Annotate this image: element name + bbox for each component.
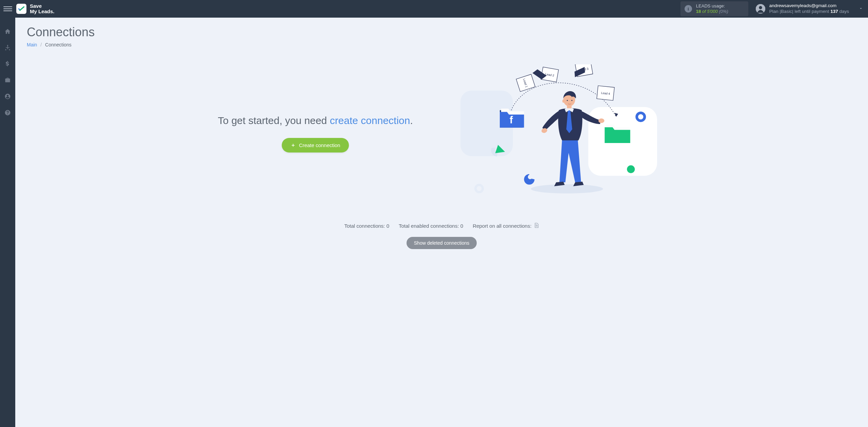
svg-point-1: [759, 6, 762, 9]
empty-state-illustration: f Lead 1 Lead 2 Lead 3 Lead 4: [451, 64, 667, 202]
logo-icon: [16, 4, 26, 14]
nav-billing-icon[interactable]: [0, 59, 15, 68]
breadcrumb-separator: /: [40, 42, 42, 47]
plus-icon: ＋: [291, 142, 296, 148]
logo[interactable]: Save My Leads.: [16, 3, 55, 14]
breadcrumb-root-link[interactable]: Main: [27, 42, 37, 47]
nav-help-icon[interactable]: [0, 108, 15, 117]
svg-point-24: [563, 99, 565, 103]
svg-point-19: [598, 119, 604, 123]
user-info: andrewsavemyleads@gmail.com Plan |Basic|…: [769, 3, 849, 15]
info-icon: i: [685, 5, 692, 13]
svg-point-6: [476, 185, 483, 192]
document-icon: [534, 222, 539, 229]
report-all-connections[interactable]: Report on all connections:: [473, 222, 539, 229]
svg-point-17: [531, 184, 603, 194]
logo-text: Save My Leads.: [30, 3, 55, 14]
stats-row: Total connections: 0 Total enabled conne…: [27, 222, 856, 229]
chevron-down-icon[interactable]: [859, 6, 863, 12]
page-title: Connections: [27, 25, 856, 39]
create-connection-button[interactable]: ＋ Create connection: [282, 138, 349, 152]
sidebar: [0, 18, 15, 427]
user-menu[interactable]: andrewsavemyleads@gmail.com Plan |Basic|…: [756, 3, 849, 15]
leads-usage-box[interactable]: i LEADS usage: 18 of 5'000 (0%): [680, 1, 748, 17]
breadcrumb: Main / Connections: [27, 42, 856, 47]
create-connection-link[interactable]: create connection: [330, 115, 410, 126]
show-deleted-button[interactable]: Show deleted connections: [407, 237, 477, 249]
menu-toggle-button[interactable]: [3, 4, 12, 13]
nav-account-icon[interactable]: [0, 92, 15, 101]
breadcrumb-current: Connections: [45, 42, 72, 47]
total-connections: Total connections: 0: [344, 223, 389, 229]
nav-home-icon[interactable]: [0, 26, 15, 36]
nav-briefcase-icon[interactable]: [0, 75, 15, 85]
avatar-icon: [756, 4, 765, 14]
illustration: f Lead 1 Lead 2 Lead 3 Lead 4: [460, 64, 657, 202]
total-enabled-connections: Total enabled connections: 0: [399, 223, 463, 229]
empty-state-text: To get started, you need create connecti…: [216, 114, 415, 152]
leads-usage-text: LEADS usage: 18 of 5'000 (0%): [696, 3, 728, 15]
main: Connections Main / Connections To get st…: [15, 18, 868, 427]
nav-connections-icon[interactable]: [0, 43, 15, 52]
svg-text:f: f: [510, 115, 513, 125]
empty-headline: To get started, you need create connecti…: [216, 114, 415, 127]
topbar: Save My Leads. i LEADS usage: 18 of 5'00…: [0, 0, 868, 18]
svg-point-23: [571, 100, 572, 101]
svg-point-22: [567, 100, 568, 101]
svg-point-5: [627, 165, 635, 173]
